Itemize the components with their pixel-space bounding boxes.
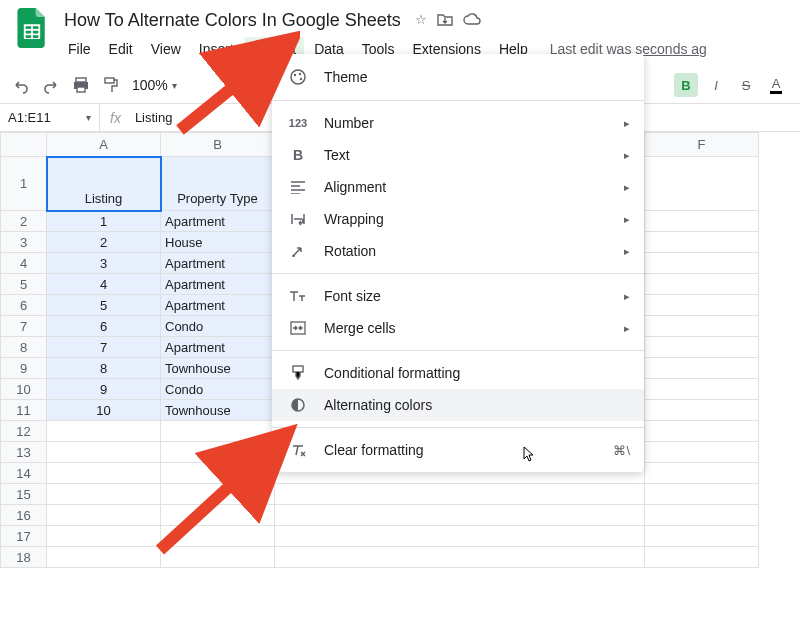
svg-rect-16 xyxy=(293,366,303,372)
theme-icon xyxy=(288,68,308,86)
cell[interactable]: 6 xyxy=(47,316,161,337)
svg-rect-3 xyxy=(26,31,31,34)
row-header[interactable]: 15 xyxy=(1,484,47,505)
svg-rect-9 xyxy=(77,87,85,92)
document-title[interactable]: How To Alternate Colors In Google Sheets xyxy=(60,8,405,33)
print-icon[interactable] xyxy=(72,76,90,94)
row-header[interactable]: 16 xyxy=(1,505,47,526)
row-header[interactable]: 1 xyxy=(1,157,47,211)
format-dropdown: Theme 123 Number▸ B Text▸ Alignment▸ Wra… xyxy=(272,54,644,472)
bold-button[interactable]: B xyxy=(674,73,698,97)
row-header[interactable]: 10 xyxy=(1,379,47,400)
svg-rect-2 xyxy=(33,26,38,29)
move-icon[interactable] xyxy=(437,12,453,29)
fx-icon: fx xyxy=(100,110,131,126)
row-header[interactable]: 8 xyxy=(1,337,47,358)
cell[interactable]: Apartment xyxy=(161,253,275,274)
cell[interactable]: Condo xyxy=(161,316,275,337)
menu-alternating-colors[interactable]: Alternating colors xyxy=(272,389,644,421)
cell[interactable]: Property Type xyxy=(161,157,275,211)
svg-point-12 xyxy=(294,74,296,76)
cell[interactable]: 10 xyxy=(47,400,161,421)
cell[interactable]: Apartment xyxy=(161,295,275,316)
conditional-icon xyxy=(288,365,308,381)
menu-insert[interactable]: Insert xyxy=(191,37,242,61)
menu-conditional-formatting[interactable]: Conditional formatting xyxy=(272,357,644,389)
menu-merge-cells[interactable]: Merge cells▸ xyxy=(272,312,644,344)
text-icon: B xyxy=(288,147,308,163)
menu-view[interactable]: View xyxy=(143,37,189,61)
star-icon[interactable]: ☆ xyxy=(415,12,427,29)
menu-rotation[interactable]: Rotation▸ xyxy=(272,235,644,267)
col-header-a[interactable]: A xyxy=(47,133,161,157)
cell[interactable]: Apartment xyxy=(161,211,275,232)
shortcut-label: ⌘\ xyxy=(613,443,630,458)
cell[interactable]: 3 xyxy=(47,253,161,274)
cell[interactable]: 2 xyxy=(47,232,161,253)
cell[interactable]: 4 xyxy=(47,274,161,295)
row-header[interactable]: 3 xyxy=(1,232,47,253)
merge-icon xyxy=(288,321,308,335)
alternating-icon xyxy=(288,397,308,413)
italic-button[interactable]: I xyxy=(704,73,728,97)
undo-icon[interactable] xyxy=(12,76,30,94)
formula-bar[interactable]: Listing xyxy=(131,110,177,125)
cell[interactable]: 1 xyxy=(47,211,161,232)
menu-edit[interactable]: Edit xyxy=(101,37,141,61)
cell[interactable]: Townhouse xyxy=(161,400,275,421)
svg-rect-7 xyxy=(76,78,86,82)
menu-font-size[interactable]: Font size▸ xyxy=(272,280,644,312)
select-all-corner[interactable] xyxy=(1,133,47,157)
cell[interactable]: 9 xyxy=(47,379,161,400)
redo-icon[interactable] xyxy=(42,76,60,94)
cell[interactable]: 8 xyxy=(47,358,161,379)
cell[interactable]: Condo xyxy=(161,379,275,400)
row-header[interactable]: 14 xyxy=(1,463,47,484)
zoom-select[interactable]: 100%▾ xyxy=(132,77,177,93)
col-header-f[interactable]: F xyxy=(645,133,759,157)
row-header[interactable]: 5 xyxy=(1,274,47,295)
menu-file[interactable]: File xyxy=(60,37,99,61)
cloud-icon[interactable] xyxy=(463,12,481,29)
row-header[interactable]: 4 xyxy=(1,253,47,274)
row-header[interactable]: 9 xyxy=(1,358,47,379)
row-header[interactable]: 6 xyxy=(1,295,47,316)
svg-point-13 xyxy=(299,73,301,75)
cell[interactable]: Listing xyxy=(47,157,161,211)
svg-rect-5 xyxy=(26,35,31,38)
rotation-icon xyxy=(288,243,308,259)
paint-format-icon[interactable] xyxy=(102,76,120,94)
wrapping-icon xyxy=(288,212,308,226)
clear-format-icon xyxy=(288,442,308,458)
row-header[interactable]: 18 xyxy=(1,547,47,568)
alignment-icon xyxy=(288,180,308,194)
sheets-logo[interactable] xyxy=(12,8,52,48)
row-header[interactable]: 2 xyxy=(1,211,47,232)
cell[interactable]: Apartment xyxy=(161,274,275,295)
row-header[interactable]: 12 xyxy=(1,421,47,442)
menu-alignment[interactable]: Alignment▸ xyxy=(272,171,644,203)
svg-rect-6 xyxy=(33,35,38,38)
cell[interactable]: 5 xyxy=(47,295,161,316)
name-box[interactable]: A1:E11▾ xyxy=(0,104,100,131)
row-header[interactable]: 7 xyxy=(1,316,47,337)
row-header[interactable]: 11 xyxy=(1,400,47,421)
svg-rect-1 xyxy=(26,26,31,29)
strikethrough-button[interactable]: S xyxy=(734,73,758,97)
text-color-button[interactable]: A xyxy=(764,73,788,97)
number-icon: 123 xyxy=(288,117,308,129)
menu-clear-formatting[interactable]: Clear formatting ⌘\ xyxy=(272,434,644,466)
menu-wrapping[interactable]: Wrapping▸ xyxy=(272,203,644,235)
col-header-b[interactable]: B xyxy=(161,133,275,157)
menu-theme[interactable]: Theme xyxy=(272,60,644,94)
cell[interactable]: 7 xyxy=(47,337,161,358)
row-header[interactable]: 17 xyxy=(1,526,47,547)
svg-point-14 xyxy=(300,78,302,80)
row-header[interactable]: 13 xyxy=(1,442,47,463)
svg-rect-10 xyxy=(105,78,114,83)
cell[interactable]: Apartment xyxy=(161,337,275,358)
cell[interactable]: House xyxy=(161,232,275,253)
cell[interactable]: Townhouse xyxy=(161,358,275,379)
menu-text[interactable]: B Text▸ xyxy=(272,139,644,171)
menu-number[interactable]: 123 Number▸ xyxy=(272,107,644,139)
